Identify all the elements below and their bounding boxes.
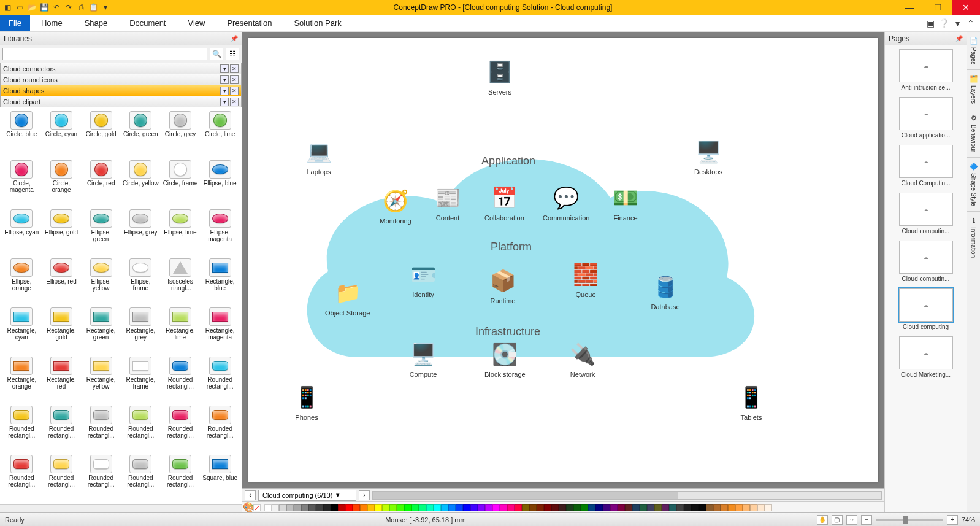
shape-item[interactable]: Circle, lime bbox=[201, 110, 239, 158]
canvas-hscroll[interactable] bbox=[372, 491, 882, 500]
palette-color[interactable] bbox=[301, 504, 308, 511]
shape-item[interactable]: Rectangle, orange bbox=[2, 355, 41, 403]
palette-color[interactable] bbox=[662, 504, 669, 511]
side-tab-layers[interactable]: 🗂️Layers bbox=[967, 70, 980, 109]
diagram-node-queue[interactable]: 🧱Queue bbox=[567, 259, 604, 298]
palette-color[interactable] bbox=[728, 504, 735, 511]
help-icon[interactable]: ❔ bbox=[940, 19, 948, 28]
shape-item[interactable]: Rectangle, red bbox=[42, 355, 81, 403]
shape-item[interactable]: Rectangle, gold bbox=[42, 306, 81, 354]
shape-grid[interactable]: Circle, blueCircle, cyanCircle, goldCirc… bbox=[0, 107, 242, 504]
page-thumbnail[interactable]: ☁Cloud computin... bbox=[899, 241, 953, 282]
shape-item[interactable]: Rectangle, grey bbox=[121, 306, 160, 354]
palette-color[interactable] bbox=[544, 504, 551, 511]
palette-color[interactable] bbox=[699, 504, 706, 511]
shape-item[interactable]: Rounded rectangl... bbox=[2, 404, 41, 452]
diagram-node-phones[interactable]: 📱Phones bbox=[288, 382, 325, 421]
page-thumbnail[interactable]: ☁Anti-intrusion se... bbox=[899, 49, 953, 91]
zoom-in-icon[interactable]: + bbox=[947, 515, 958, 525]
palette-color[interactable] bbox=[485, 504, 492, 511]
palette-color[interactable] bbox=[353, 504, 360, 511]
palette-color[interactable] bbox=[286, 504, 294, 511]
palette-color[interactable] bbox=[588, 504, 595, 511]
palette-color[interactable] bbox=[735, 504, 743, 511]
print-icon[interactable]: ⎙ bbox=[76, 2, 86, 12]
page-thumbnail[interactable]: ☁Cloud computing bbox=[899, 288, 953, 330]
palette-color[interactable] bbox=[360, 504, 367, 511]
palette-color[interactable] bbox=[448, 504, 456, 511]
palette-color[interactable] bbox=[367, 504, 375, 511]
shape-item[interactable]: Ellipse, blue bbox=[201, 159, 239, 207]
palette-color[interactable] bbox=[522, 504, 529, 511]
palette-color[interactable] bbox=[573, 504, 581, 511]
shape-item[interactable]: Rectangle, magenta bbox=[201, 306, 239, 354]
palette-color[interactable] bbox=[669, 504, 676, 511]
side-tab-behaviour[interactable]: ⚙Behaviour bbox=[967, 109, 980, 158]
tab-next-icon[interactable]: › bbox=[359, 490, 370, 500]
palette-picker-icon[interactable]: 🎨 bbox=[245, 503, 253, 512]
menu-view[interactable]: View bbox=[177, 15, 216, 31]
menu-document[interactable]: Document bbox=[118, 15, 177, 31]
shape-item[interactable]: Rounded rectangl... bbox=[161, 454, 200, 501]
diagram-node-blockstor[interactable]: 💽Block storage bbox=[484, 339, 526, 378]
diagram-node-content[interactable]: 📰Content bbox=[429, 182, 466, 222]
group-close-icon[interactable]: ✕ bbox=[230, 98, 239, 106]
menu-file[interactable]: File bbox=[0, 15, 30, 31]
palette-color[interactable] bbox=[397, 504, 404, 511]
palette-color[interactable] bbox=[743, 504, 750, 511]
palette-color[interactable] bbox=[706, 504, 713, 511]
library-group[interactable]: Cloud clipart▾✕ bbox=[0, 96, 242, 107]
close-button[interactable]: ✕ bbox=[952, 0, 980, 15]
fit-page-icon[interactable]: ▢ bbox=[832, 515, 843, 525]
palette-color[interactable] bbox=[279, 504, 286, 511]
page-thumbnail[interactable]: ☁Cloud Computin... bbox=[899, 145, 953, 187]
group-collapse-icon[interactable]: ▾ bbox=[220, 75, 229, 84]
diagram-node-desktops[interactable]: 🖥️Desktops bbox=[690, 136, 727, 176]
palette-color[interactable] bbox=[412, 504, 419, 511]
palette-color[interactable] bbox=[389, 504, 397, 511]
save-icon[interactable]: 💾 bbox=[39, 2, 49, 12]
palette-color[interactable] bbox=[419, 504, 426, 511]
app-icon[interactable]: ◧ bbox=[2, 2, 12, 12]
redo-icon[interactable]: ↷ bbox=[64, 2, 74, 12]
shape-item[interactable]: Ellipse, frame bbox=[121, 257, 160, 305]
palette-color[interactable] bbox=[618, 504, 625, 511]
shape-item[interactable]: Ellipse, green bbox=[82, 208, 120, 256]
shape-item[interactable]: Circle, green bbox=[121, 110, 160, 158]
palette-color[interactable] bbox=[632, 504, 640, 511]
palette-color[interactable] bbox=[625, 504, 632, 511]
open-icon[interactable]: 📂 bbox=[27, 2, 37, 12]
group-collapse-icon[interactable]: ▾ bbox=[220, 64, 229, 73]
zoom-slider[interactable] bbox=[876, 519, 943, 521]
diagram-node-finance[interactable]: 💵Finance bbox=[607, 182, 644, 222]
diagram-node-collab[interactable]: 📅Collaboration bbox=[484, 182, 524, 222]
tab-prev-icon[interactable]: ‹ bbox=[245, 490, 256, 500]
undo-icon[interactable]: ↶ bbox=[52, 2, 61, 12]
palette-color[interactable] bbox=[765, 504, 772, 511]
shape-item[interactable]: Circle, frame bbox=[161, 159, 200, 207]
shape-item[interactable]: Ellipse, lime bbox=[161, 208, 200, 256]
palette-color[interactable] bbox=[264, 504, 272, 511]
diagram-node-objstor[interactable]: 📁Object Storage bbox=[325, 277, 370, 317]
group-close-icon[interactable]: ✕ bbox=[230, 75, 239, 84]
shape-item[interactable]: Isosceles triangl... bbox=[161, 257, 200, 305]
palette-color[interactable] bbox=[507, 504, 515, 511]
page-thumbnail[interactable]: ☁Cloud computin... bbox=[899, 193, 953, 234]
diagram-node-laptops[interactable]: 💻Laptops bbox=[301, 136, 337, 176]
palette-color[interactable] bbox=[640, 504, 647, 511]
shape-item[interactable]: Rounded rectangl... bbox=[201, 404, 239, 452]
shape-item[interactable]: Ellipse, grey bbox=[121, 208, 160, 256]
search-icon[interactable]: 🔍 bbox=[210, 48, 223, 60]
palette-color[interactable] bbox=[316, 504, 323, 511]
shape-item[interactable]: Rectangle, yellow bbox=[82, 355, 120, 403]
palette-color[interactable] bbox=[470, 504, 478, 511]
shape-item[interactable]: Ellipse, magenta bbox=[201, 208, 239, 256]
palette-color[interactable] bbox=[581, 504, 588, 511]
shape-item[interactable]: Ellipse, red bbox=[42, 257, 81, 305]
shape-item[interactable]: Ellipse, orange bbox=[2, 257, 41, 305]
palette-color[interactable] bbox=[713, 504, 721, 511]
library-group[interactable]: Cloud round icons▾✕ bbox=[0, 74, 242, 85]
palette-color[interactable] bbox=[404, 504, 412, 511]
palette-color[interactable] bbox=[654, 504, 662, 511]
shape-item[interactable]: Square, blue bbox=[201, 454, 239, 501]
